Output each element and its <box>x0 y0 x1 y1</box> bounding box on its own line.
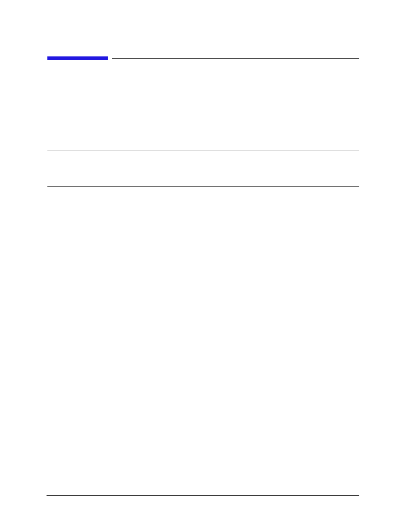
accent-bar <box>47 56 108 60</box>
header-rule-row <box>47 56 359 60</box>
section-rule-2 <box>47 186 359 187</box>
header-rule <box>112 58 359 59</box>
section-rule-1 <box>47 150 359 150</box>
document-page <box>0 0 411 532</box>
footer-rule <box>47 495 359 496</box>
